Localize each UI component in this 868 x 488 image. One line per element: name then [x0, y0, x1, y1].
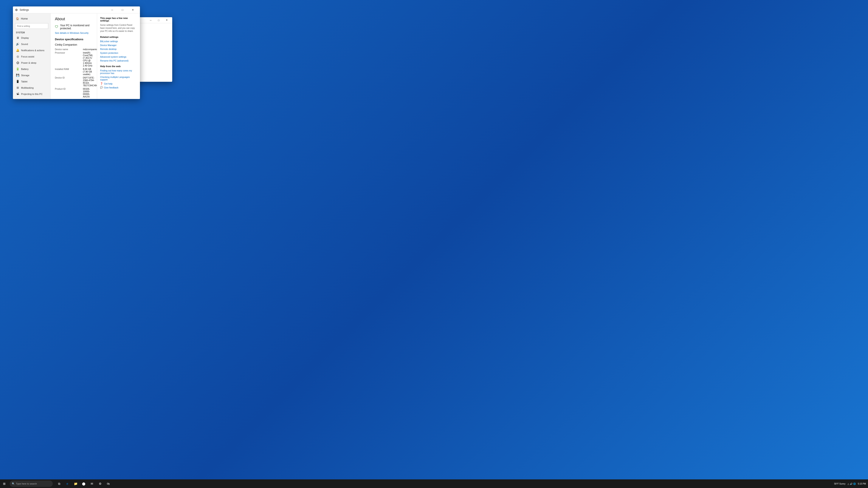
store-icon: 🛍 [107, 482, 110, 485]
sidebar-shared-label: Shared experiences [21, 99, 42, 99]
sidebar-display-label: Display [21, 37, 29, 39]
settings-window: ⚙ Settings ─ □ ✕ 🏠 Home System [13, 6, 140, 99]
spec-value: mdzcompanion [83, 48, 97, 51]
shield-icon: 🛡 [55, 25, 58, 29]
mail-button[interactable]: ✉ [89, 481, 95, 487]
spec-row-ram: Installed RAM 8.00 GB (7.90 GB usable) [55, 68, 93, 75]
explorer-button[interactable]: 📁 [72, 481, 79, 487]
focus-icon: ◎ [16, 55, 19, 58]
sidebar-item-shared[interactable]: ✕ Shared experiences [13, 97, 51, 99]
chrome-button[interactable]: ⬤ [81, 481, 87, 487]
spec-row-product-id: Product ID 00326-10000-00000-AA156 [55, 88, 93, 98]
task-view-icon: ⧉ [58, 482, 60, 486]
search-icon: 🔍 [12, 482, 15, 485]
windows-logo-icon: ⊞ [3, 482, 6, 485]
feedback-icon: 💬 [100, 86, 103, 89]
advanced-system-settings-link[interactable]: Advanced system settings [100, 56, 137, 58]
spec-row-device-id: Device ID D5F7197E-2360-4794-8CEA-7B27C8… [55, 76, 93, 87]
sidebar-home-label: Home [21, 17, 28, 20]
sidebar-item-battery[interactable]: 🔋 Battery [13, 66, 51, 72]
languages-help-link[interactable]: Checking multiple Languages support [100, 76, 137, 81]
taskbar-search-placeholder: Type here to search [16, 482, 37, 485]
remote-desktop-link[interactable]: Remote desktop [100, 48, 137, 51]
device-specs-title: Device specifications [55, 38, 93, 41]
taskbar-right: 58°F Sunny △ 🔊 🌐 5:15 PM [834, 483, 868, 485]
sidebar-search-container [15, 23, 48, 29]
sidebar-item-power[interactable]: ⏻ Power & sleep [13, 60, 51, 66]
window-controls: ─ □ ✕ [107, 6, 138, 13]
about-title: About [55, 17, 93, 21]
rename-pc-advanced-link[interactable]: Rename this PC (advanced) [100, 59, 137, 62]
sidebar-item-multitasking[interactable]: ⊞ Multitasking [13, 85, 51, 91]
second-minimize-button[interactable]: ─ [147, 17, 155, 23]
store-button[interactable]: 🛍 [105, 481, 112, 487]
taskbar-search[interactable]: 🔍 Type here to search [10, 481, 53, 487]
second-maximize-button[interactable]: □ [155, 17, 162, 23]
sidebar-item-storage[interactable]: 💾 Storage [13, 72, 51, 78]
window-title: Settings [20, 8, 107, 11]
right-panel: This page has a few new settings Some se… [97, 13, 140, 99]
sidebar-item-sound[interactable]: 🔊 Sound [13, 41, 51, 47]
weather-text: 58°F Sunny [834, 483, 845, 485]
bitlocker-settings-link[interactable]: BitLocker settings [100, 40, 137, 42]
spec-label: Product ID [55, 88, 83, 98]
sidebar-notifications-label: Notifications & actions [21, 49, 44, 52]
spec-value: 8.00 GB (7.90 GB usable) [83, 68, 93, 75]
spec-value: Intel(R) Core(TM) i7-3517U CPU @ 1.90GHz… [83, 52, 93, 67]
sidebar-item-display[interactable]: 🖥 Display [13, 35, 51, 41]
give-feedback-label: Give feedback [104, 86, 118, 89]
spec-label: Device ID [55, 76, 83, 87]
time-text: 5:15 PM [858, 483, 866, 485]
system-tray-icons: △ 🔊 🌐 [847, 483, 856, 485]
tablet-icon: 📱 [16, 80, 19, 83]
sidebar-focus-label: Focus assist [21, 55, 34, 58]
sidebar-item-projecting[interactable]: 📽 Projecting to this PC [13, 91, 51, 97]
start-button[interactable]: ⊞ [0, 479, 9, 488]
cores-help-link[interactable]: Finding out how many cores my processor … [100, 69, 137, 74]
main-content: About 🛡 Your PC is monitored and protect… [51, 13, 97, 99]
spec-label: System type [55, 99, 83, 99]
device-manager-link[interactable]: Device Manager [100, 44, 137, 46]
close-button[interactable]: ✕ [128, 6, 138, 13]
protection-banner: 🛡 Your PC is monitored and protected. [55, 24, 93, 30]
sidebar-item-focus[interactable]: ◎ Focus assist [13, 53, 51, 60]
window-body: 🏠 Home System 🖥 Display 🔊 Sound 🔔 N [13, 13, 140, 99]
sidebar-multitasking-label: Multitasking [21, 87, 34, 89]
home-icon: 🏠 [16, 17, 19, 20]
sidebar-item-tablet[interactable]: 📱 Tablet [13, 78, 51, 85]
minimize-button[interactable]: ─ [107, 6, 117, 13]
shared-icon: ✕ [16, 99, 19, 99]
sidebar-search-input[interactable] [15, 23, 48, 29]
power-icon: ⏻ [16, 61, 19, 64]
mail-icon: ✉ [91, 482, 93, 485]
second-window-controls: ─ □ ✕ [147, 17, 170, 23]
get-help-item[interactable]: ❓ Get help [100, 82, 137, 85]
related-settings-title: Related settings [100, 36, 137, 38]
new-settings-desc: Some settings from Control Panel have mo… [100, 24, 137, 33]
explorer-icon: 📁 [74, 482, 78, 485]
projecting-icon: 📽 [16, 92, 19, 96]
chrome-icon: ⬤ [82, 482, 86, 485]
see-details-link[interactable]: See details in Windows Security [55, 32, 93, 34]
second-close-button[interactable]: ✕ [163, 17, 170, 23]
settings-taskbar-button[interactable]: ⚙ [97, 481, 103, 487]
edge-button[interactable]: e [64, 481, 71, 487]
sidebar-item-notifications[interactable]: 🔔 Notifications & actions [13, 47, 51, 53]
settings-taskbar-icon: ⚙ [99, 482, 102, 485]
new-settings-title: This page has a few new settings [100, 17, 137, 22]
sidebar-tablet-label: Tablet [21, 80, 27, 83]
spec-row-device-name: Device name mdzcompanion [55, 48, 93, 51]
task-view-button[interactable]: ⧉ [56, 481, 62, 487]
help-from-web-title: Help from the web [100, 65, 137, 68]
sidebar-storage-label: Storage [21, 74, 30, 76]
spec-value: D5F7197E-2360-4794-8CEA-7B27C84C4844 [83, 76, 97, 87]
give-feedback-item[interactable]: 💬 Give feedback [100, 86, 137, 89]
maximize-button[interactable]: □ [118, 6, 127, 13]
taskbar: ⊞ 🔍 Type here to search ⧉ e 📁 ⬤ ✉ ⚙ [0, 479, 868, 488]
system-protection-link[interactable]: System protection [100, 52, 137, 54]
sidebar: 🏠 Home System 🖥 Display 🔊 Sound 🔔 N [13, 13, 51, 99]
sidebar-home[interactable]: 🏠 Home [13, 15, 51, 22]
sidebar-sound-label: Sound [21, 43, 28, 45]
spec-row-system-type: System type 64-bit operating system, x64… [55, 99, 93, 99]
multitasking-icon: ⊞ [16, 86, 19, 89]
